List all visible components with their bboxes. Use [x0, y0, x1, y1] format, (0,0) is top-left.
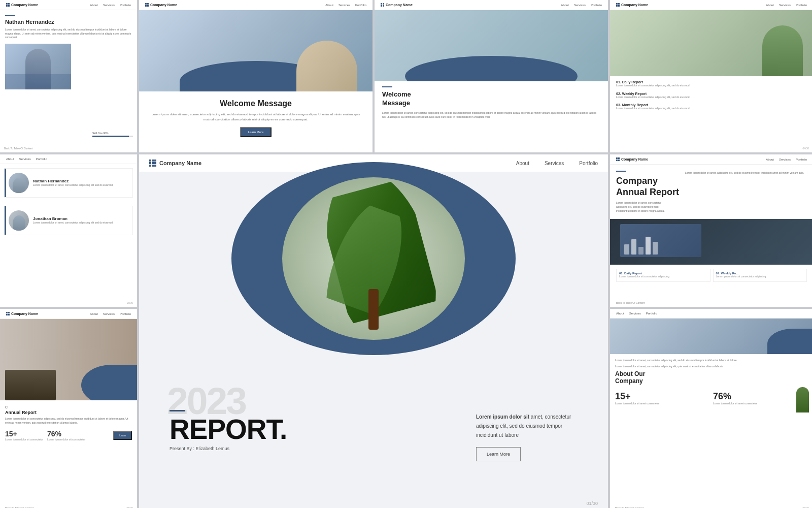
slide5-member2-card: Jonathan Broman Lorem ipsum dolor sit am… — [4, 206, 133, 235]
slide8-nav-services[interactable]: Services — [779, 158, 791, 161]
about-nav-about[interactable]: About — [616, 312, 624, 315]
slide6-office-img — [0, 319, 137, 400]
slide1-logo: Company Name — [6, 3, 38, 7]
slide8-bar2 — [631, 239, 636, 255]
slide8-logo-text: Company Name — [621, 157, 648, 161]
center-learn-more-btn[interactable]: Learn More — [476, 447, 521, 461]
slide4-logo: Company Name — [616, 3, 648, 7]
slide6-learn-btn[interactable]: Learn — [113, 431, 132, 440]
slide3-title1: Welcome — [382, 90, 411, 98]
slide6-logo: Company Name — [6, 312, 38, 315]
slide1-title: Nathan Hernandez — [5, 18, 132, 26]
slide4-nav-services[interactable]: Services — [779, 4, 791, 7]
center-page-num: 01/30 — [586, 501, 598, 506]
slide2-nav-links: About Services Portfolio — [325, 4, 366, 7]
slide8-nav-about[interactable]: About — [766, 158, 774, 161]
slide3-nav-services[interactable]: Services — [574, 4, 586, 7]
slide6-stat1-label: Lorem ipsum dolor sit consectetur — [5, 438, 43, 441]
about-nav-portfolio[interactable]: Portfolio — [646, 312, 657, 315]
slide2-title-normal: Welcome — [220, 99, 255, 108]
about-title2: Company — [615, 377, 643, 385]
slide4-report-2: 02. Weekly Report Lorem ipsum dolor sit … — [616, 92, 807, 100]
center-hero: 2023 REPORT. Present By : Elizabeth Lemu… — [139, 172, 608, 508]
slide2-nav-portfolio[interactable]: Portfolio — [355, 4, 366, 7]
slide4-report-1: 01. Daily Report Lorem ipsum dolor sit c… — [616, 80, 807, 88]
slide6-nav-about[interactable]: About — [90, 312, 98, 315]
slide4-page-num: 04/30 — [802, 147, 809, 150]
slide1-skill: Skill One 90% — [92, 132, 133, 137]
about-stat2-num: 76% — [713, 391, 808, 402]
about-plant — [796, 387, 809, 412]
slide6-nav-services[interactable]: Services — [103, 312, 115, 315]
center-plant-circle — [282, 177, 465, 340]
slide4-nav-portfolio[interactable]: Portfolio — [796, 4, 807, 7]
slide6-stat1: 15+ Lorem ipsum dolor sit consectetur — [5, 430, 43, 441]
slide8-chart — [624, 234, 658, 255]
slide6-nav-portfolio[interactable]: Portfolio — [120, 312, 131, 315]
slide1-skill-label: Skill One — [92, 132, 103, 135]
about-title: About Our Company — [615, 370, 808, 385]
slide2-body: Lorem ipsum dolor sit amet, consectetur … — [149, 112, 362, 122]
slide8-nav: Company Name About Services Portfolio — [610, 154, 812, 165]
slide1-name-first: Nathan — [5, 19, 24, 25]
about-stats-grid: 15+ Lorem ipsum dolor sit amet consectet… — [610, 389, 812, 408]
about-stat2: 76% Lorem ipsum dolor sit amet consectet… — [713, 391, 808, 406]
slide8-nav-links: About Services Portfolio — [766, 158, 807, 161]
slide2-nav-about[interactable]: About — [325, 4, 333, 7]
slide5-nav-portfolio[interactable]: Portfolio — [36, 157, 47, 161]
slide3-title: Welcome Message — [382, 90, 600, 108]
slide5-nav-about[interactable]: About — [6, 157, 14, 161]
slide4-r3-title: 03. Monthly Report — [616, 103, 807, 107]
slide1-nav: Company Name About Services Portfolio — [0, 0, 137, 10]
slide2-nav-services[interactable]: Services — [339, 4, 350, 7]
center-desc: Lorem ipsum dolor sit amet, consectetur … — [476, 412, 578, 440]
slide4-reports: 01. Daily Report Lorem ipsum dolor sit c… — [610, 76, 812, 119]
slide1-person-img — [5, 44, 71, 89]
center-nav-links: About Services Portfolio — [516, 161, 598, 166]
slide6-title: Annual Report — [5, 410, 132, 415]
slide1-nav-about[interactable]: About — [90, 4, 98, 7]
slide4-r2-text: Lorem ipsum dolor sit consectetur adipis… — [616, 96, 807, 100]
slide1-nav-portfolio[interactable]: Portfolio — [120, 4, 131, 7]
slide6-stat2: 76% Lorem ipsum dolor sit consectetur — [47, 430, 85, 441]
slide-annual-office: Company Name About Services Portfolio C … — [0, 309, 137, 508]
slide6-content: C Annual Report Lorem ipsum dolor sit co… — [0, 400, 137, 446]
slide8-report-cards: 01. Daily Report Lorem ipsum dolor sit c… — [610, 265, 812, 286]
slide-welcome-alt: Company Name About Services Portfolio We… — [375, 0, 608, 152]
slide-welcome-top: Company Name About Services Portfolio We… — [139, 0, 373, 152]
slide1-back-link[interactable]: Back To Table Of Content — [4, 147, 33, 150]
slide8-bar3 — [638, 247, 644, 255]
slide6-desk — [5, 370, 56, 400]
slide6-body: Lorem ipsum dolor sit consectetur adipis… — [5, 417, 132, 425]
center-logo-text: Company Name — [159, 160, 201, 166]
slide-team: About Services Portfolio Nathan Hernande… — [0, 154, 137, 307]
slide3-nav-about[interactable]: About — [561, 4, 569, 7]
slide1-nav-services[interactable]: Services — [103, 4, 115, 7]
center-big-circle — [231, 162, 516, 355]
slide3-arc — [405, 56, 578, 81]
slide2-learn-btn[interactable]: Learn More — [240, 127, 272, 137]
slide8-body-right-text: Lorem ipsum dolor sit amet, adipiscing e… — [685, 171, 807, 175]
slide3-body: Lorem ipsum dolor sit amet, consectetur … — [382, 111, 600, 119]
center-nav-portfolio[interactable]: Portfolio — [579, 161, 598, 166]
center-nav-about[interactable]: About — [516, 161, 529, 166]
center-nav-services[interactable]: Services — [545, 161, 564, 166]
slide8-nav-portfolio[interactable]: Portfolio — [796, 158, 807, 161]
slide3-nav-portfolio[interactable]: Portfolio — [591, 4, 602, 7]
slide2-title-bold: Message — [257, 99, 292, 108]
center-year-watermark: 2023 — [167, 382, 246, 420]
about-stat2-label: Lorem ipsum dolor sit amet consectetur — [713, 402, 808, 406]
about-blue-corner — [767, 329, 812, 354]
slide8-back-link[interactable]: Back To Table Of Content — [616, 301, 645, 304]
about-content: Lorem ipsum dolor sit amet, consectetur … — [610, 354, 812, 389]
slide8-monitor-img — [610, 219, 812, 265]
slide4-nav-about[interactable]: About — [766, 4, 774, 7]
about-nav-services[interactable]: Services — [629, 312, 641, 315]
slide4-r1-title: 01. Daily Report — [616, 80, 807, 84]
center-right-content: Lorem ipsum dolor sit amet, consectetur … — [476, 412, 578, 461]
slide8-title: Company Annual Report — [616, 176, 679, 198]
slide8-title2: Annual Report — [616, 187, 679, 197]
slide5-nav-services[interactable]: Services — [19, 157, 31, 161]
slide8-body: Lorem ipsum dolor sit amet, consectetur … — [616, 201, 667, 213]
slide1-skill-percent: 90% — [103, 132, 108, 135]
